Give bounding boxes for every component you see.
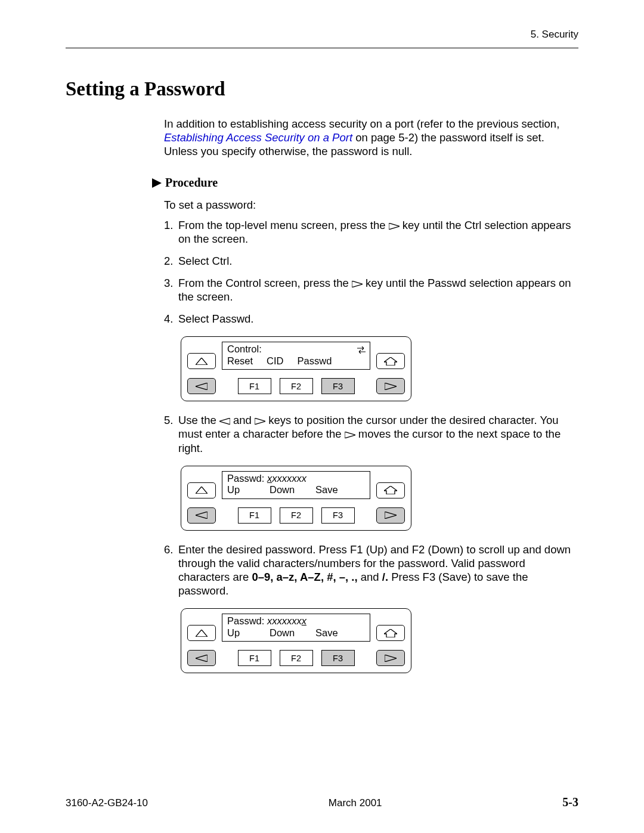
screen-line-1: Passwd: xxxxxxxx	[227, 473, 365, 485]
svg-marker-17	[385, 655, 397, 662]
f1-key[interactable]: F1	[238, 507, 271, 524]
right-key-icon	[389, 223, 400, 230]
home-button[interactable]	[376, 353, 405, 369]
menu-item: CID	[267, 355, 283, 367]
svg-marker-6	[385, 383, 397, 390]
svg-marker-11	[384, 486, 397, 494]
svg-marker-15	[384, 629, 397, 637]
device-panel-1: Control: Reset CID Passwd F1 F2	[181, 336, 411, 401]
intro-link[interactable]: Establishing Access Security on a Port	[164, 131, 352, 144]
lcd-screen: Passwd: xxxxxxxx Up Down Save	[222, 471, 370, 499]
menu-item: Up	[227, 627, 256, 639]
right-key-icon	[352, 281, 363, 287]
right-button[interactable]	[376, 650, 405, 666]
f2-key[interactable]: F2	[280, 650, 313, 666]
menu-item: Save	[315, 484, 338, 496]
svg-marker-7	[219, 418, 230, 425]
menu-item: Up	[227, 484, 256, 496]
fkey-strip: F1 F2 F3	[222, 507, 370, 524]
right-key-icon	[345, 432, 355, 438]
step-5: Use the and keys to position the cursor …	[164, 413, 578, 454]
footer-page: 5-3	[562, 795, 578, 809]
menu-item: Down	[270, 627, 302, 639]
left-key-icon	[219, 418, 230, 425]
f1-key[interactable]: F1	[238, 378, 271, 394]
svg-marker-4	[384, 357, 397, 366]
fkey-strip: F1 F2 F3	[222, 378, 370, 395]
page-title: Setting a Password	[66, 78, 578, 100]
menu-item: Reset	[227, 355, 253, 367]
screen-line-1: Control:	[227, 343, 365, 355]
cursor-char: x	[302, 615, 306, 626]
steps-list-cont: Use the and keys to position the cursor …	[164, 413, 578, 454]
lcd-screen: Passwd: xxxxxxxx Up Down Save	[222, 614, 370, 642]
right-key-icon	[255, 418, 265, 425]
left-button[interactable]	[187, 378, 216, 394]
intro-pre: In addition to establishing access secur…	[164, 117, 559, 130]
step-3: From the Control screen, press the key u…	[164, 276, 578, 304]
step-4: Select Passwd.	[164, 312, 578, 326]
left-button[interactable]	[187, 650, 216, 666]
svg-marker-5	[196, 383, 208, 390]
scroll-icon	[357, 345, 366, 357]
fkey-strip: F1 F2 F3	[222, 650, 370, 667]
screen-menu: Up Down Save	[227, 627, 365, 639]
menu-item: Passwd	[298, 355, 332, 367]
left-button[interactable]	[187, 507, 216, 524]
menu-item: Save	[315, 627, 338, 639]
header-rule	[66, 48, 578, 48]
intro-paragraph: In addition to establishing access secur…	[164, 117, 578, 158]
right-button[interactable]	[376, 378, 405, 394]
svg-marker-12	[196, 512, 208, 519]
svg-marker-8	[255, 418, 265, 425]
f2-key[interactable]: F2	[280, 378, 313, 394]
f2-key[interactable]: F2	[280, 507, 313, 524]
steps-list-cont2: Enter the desired password. Press F1 (Up…	[164, 543, 578, 598]
footer-date: March 2001	[329, 797, 382, 809]
svg-marker-13	[385, 512, 397, 519]
cursor-char: x	[267, 473, 272, 484]
f1-key[interactable]: F1	[238, 650, 271, 666]
screen-line-1: Passwd: xxxxxxxx	[227, 615, 365, 627]
f3-key[interactable]: F3	[321, 650, 355, 666]
svg-marker-9	[345, 432, 355, 438]
lead-in: To set a password:	[164, 198, 578, 212]
screen-menu: Up Down Save	[227, 484, 365, 496]
right-button[interactable]	[376, 507, 405, 524]
up-button[interactable]	[187, 482, 216, 498]
svg-marker-2	[352, 281, 363, 287]
procedure-heading: Procedure	[152, 176, 578, 190]
f3-key[interactable]: F3	[321, 378, 355, 394]
header-section: 5. Security	[66, 29, 578, 48]
footer-doc-id: 3160-A2-GB24-10	[66, 797, 148, 809]
svg-marker-1	[389, 223, 400, 230]
home-button[interactable]	[376, 625, 405, 641]
svg-marker-0	[152, 178, 162, 188]
up-button[interactable]	[187, 625, 216, 641]
svg-marker-16	[196, 655, 208, 662]
up-button[interactable]	[187, 353, 216, 369]
page: 5. Security Setting a Password In additi…	[0, 0, 644, 833]
step-1: From the top-level menu screen, press th…	[164, 218, 578, 246]
menu-item: Down	[270, 484, 302, 496]
device-panel-3: Passwd: xxxxxxxx Up Down Save F	[181, 608, 411, 673]
step-2: Select Ctrl.	[164, 254, 578, 268]
procedure-label: Procedure	[165, 176, 218, 190]
steps-list: From the top-level menu screen, press th…	[164, 218, 578, 326]
svg-marker-10	[196, 487, 208, 494]
device-panel-2: Passwd: xxxxxxxx Up Down Save F	[181, 466, 411, 531]
screen-menu: Reset CID Passwd	[227, 355, 365, 367]
svg-marker-3	[196, 358, 208, 365]
step-6: Enter the desired password. Press F1 (Up…	[164, 543, 578, 598]
lcd-screen: Control: Reset CID Passwd	[222, 342, 370, 370]
f3-key[interactable]: F3	[321, 507, 355, 524]
home-button[interactable]	[376, 482, 405, 498]
footer: 3160-A2-GB24-10 March 2001 5-3	[66, 795, 578, 809]
svg-marker-14	[196, 630, 208, 637]
triangle-right-icon	[152, 178, 162, 188]
